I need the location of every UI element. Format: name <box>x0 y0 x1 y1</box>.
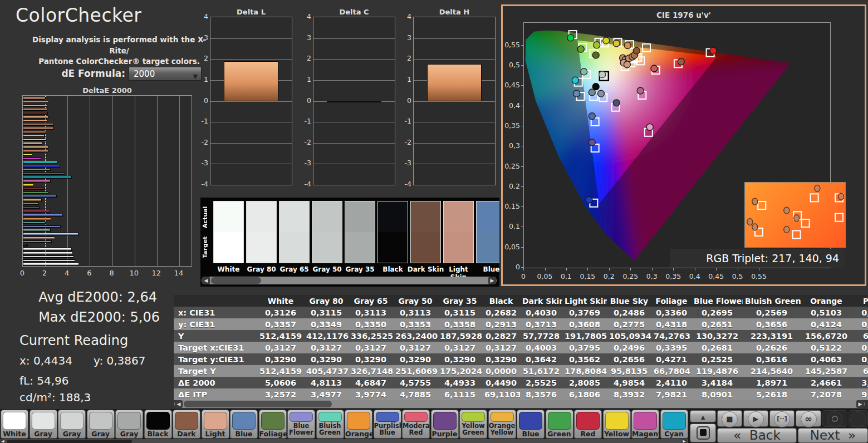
measured-circle <box>633 47 640 54</box>
table-cell: 0,2 <box>852 318 868 330</box>
gridline <box>210 59 292 60</box>
patch-button-blue-sky[interactable]: Blue Sky <box>230 410 258 439</box>
patch-button-foliage[interactable]: Foliage <box>259 410 287 439</box>
y-tick-label: 0 <box>301 96 311 105</box>
actual-color <box>279 201 309 232</box>
play-icon: ▶ <box>748 411 764 427</box>
patch-button-black[interactable]: Black <box>144 410 172 439</box>
patch-button-gray-80[interactable]: Gray 80 <box>30 410 57 439</box>
patch-button-dark-skin[interactable]: Dark Skin <box>173 410 200 439</box>
table-cell: 0,3769 <box>562 307 607 318</box>
bar <box>23 150 48 152</box>
scroll-left-icon[interactable]: ◀ <box>175 400 183 408</box>
patch-button-magenta[interactable]: Magenta <box>631 410 659 439</box>
patch-button-white[interactable]: White <box>1 410 28 439</box>
patch-button-orange[interactable]: Orange <box>345 410 372 439</box>
patch-button-red[interactable]: Red <box>574 410 602 439</box>
table-cell: 3,4977 <box>304 388 349 400</box>
bar <box>23 116 48 119</box>
stop-button[interactable]: ■ <box>717 410 742 427</box>
bar <box>23 259 75 262</box>
patch-button-label: Foliage <box>259 430 286 438</box>
range-button[interactable]: [··] <box>769 410 795 427</box>
patch-swatch-label: Black <box>374 265 411 273</box>
gridline <box>210 164 292 164</box>
scroll-right-icon[interactable]: ▶ <box>488 277 496 284</box>
table-cell: 4,5755 <box>393 377 438 388</box>
patch-button-gray-35[interactable]: Gray 35 <box>115 410 143 439</box>
patch-button-orange-yellow[interactable]: Orange Yellow <box>488 410 516 439</box>
next-button[interactable]: Next » <box>798 428 868 443</box>
refresh-button[interactable] <box>822 410 847 427</box>
y-tick-label: 2 <box>401 54 411 62</box>
patch-button-purplish-blue[interactable]: Purplish Blue <box>374 410 401 439</box>
table-cell: 0,4318 <box>651 318 692 330</box>
scroll-left-icon[interactable]: ◀ <box>202 277 210 284</box>
patch-button-blue[interactable]: Blue <box>517 410 545 439</box>
patch-button-yellow[interactable]: Yellow <box>603 410 631 439</box>
patch-color-chip <box>634 412 657 430</box>
measurement-table: WhiteGray 80Gray 65Gray 50Gray 35BlackDa… <box>174 295 868 400</box>
patch-button-gray-65[interactable]: Gray 65 <box>58 410 86 439</box>
table-cell: 0,3127 <box>482 342 520 353</box>
scroll-right-icon[interactable]: ▶ <box>681 439 687 443</box>
y-tick-label: 2 <box>198 54 208 62</box>
patch-button-label: Cyan <box>661 430 688 438</box>
scroll-right-icon[interactable]: ▶ <box>856 400 864 408</box>
table-cell: 3,6 <box>852 377 868 388</box>
patch-color-chip <box>491 412 514 422</box>
patch-button-blue-flower[interactable]: Blue Flower <box>287 410 315 439</box>
bar <box>23 180 51 183</box>
table-cell: 105,0934 <box>607 330 651 342</box>
scroll-left-icon[interactable]: ◀ <box>0 439 6 443</box>
chevron-right-icon: » <box>848 428 856 442</box>
table-cell: 0,3608 <box>562 318 607 330</box>
table-scrollbar[interactable]: ◀ ▶ <box>174 400 865 408</box>
patch-color-chip <box>576 412 600 430</box>
table-cell: 4,8113 <box>304 377 349 388</box>
stop-toggle-button[interactable] <box>690 424 716 442</box>
y-tick-label: 4 <box>198 12 208 21</box>
y-tick-label: 2 <box>301 54 311 62</box>
continuous-button[interactable]: ∞ <box>796 410 821 427</box>
patch-button-green[interactable]: Green <box>546 410 573 439</box>
bar <box>23 108 47 111</box>
column-header: Pu <box>852 295 868 307</box>
y-tick-label: 0,05 <box>503 243 520 251</box>
target-color <box>247 232 276 263</box>
y-tick-label: 0,5 <box>503 61 520 69</box>
bar <box>23 188 45 190</box>
patch-button-yellow-green[interactable]: Yellow Green <box>459 410 487 439</box>
table-cell: 0,3290 <box>257 353 304 365</box>
patch-button-gray-50[interactable]: Gray 50 <box>87 410 115 439</box>
bar <box>23 206 40 209</box>
table-cell: 0,3562 <box>562 353 607 365</box>
row-label: Target Y <box>174 365 257 377</box>
play-button[interactable]: ▶ <box>743 410 768 427</box>
table-scroll-thumb[interactable] <box>184 401 332 407</box>
patch-button-light-skin[interactable]: Light Skin <box>202 410 229 439</box>
actual-color <box>378 201 408 232</box>
y-tick-label: -3 <box>301 159 311 167</box>
gridline <box>414 59 495 60</box>
patch-scroll-thumb[interactable] <box>7 440 132 443</box>
back-button[interactable]: « Back <box>717 428 797 443</box>
y-tick-label: 3 <box>301 33 311 42</box>
patch-button-cyan[interactable]: Cyan <box>660 410 688 439</box>
table-cell: 326,7148 <box>349 365 393 377</box>
gridline <box>210 38 292 39</box>
measured-circle <box>646 124 653 130</box>
strip-scroll-thumb[interactable] <box>211 277 261 284</box>
table-cell: 0,3290 <box>304 353 349 365</box>
scroll-up-button[interactable]: ▲ <box>690 410 716 422</box>
patch-button-purple[interactable]: Purple <box>431 410 459 439</box>
strip-scrollbar[interactable]: ◀▶ <box>202 277 497 284</box>
table-cell: 512,4159 <box>257 330 304 342</box>
table-cell: 8,3576 <box>520 388 562 400</box>
inset-target-square <box>802 219 810 227</box>
de-formula-select[interactable]: 2000 ▼ <box>129 67 202 81</box>
patch-bar-scrollbar[interactable]: ◀ ▶ <box>0 439 688 443</box>
patch-button-moderate-red[interactable]: Moderate Red <box>402 410 430 439</box>
y-tick-label: 0 <box>198 96 208 105</box>
patch-button-bluish-green[interactable]: Bluish Green <box>316 410 344 439</box>
